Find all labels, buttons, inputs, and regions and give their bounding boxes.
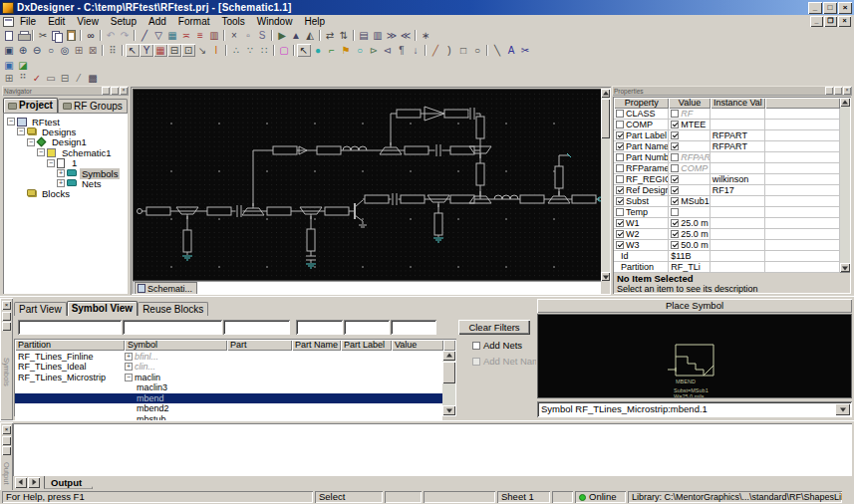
delete-icon[interactable]: ×: [227, 29, 241, 42]
scroll-down-icon[interactable]: [601, 272, 610, 281]
sheet-tab[interactable]: Schemati...: [135, 282, 197, 294]
zoom-out-icon[interactable]: ⊖: [30, 44, 44, 57]
value-checkbox[interactable]: [671, 121, 679, 128]
color-window-icon[interactable]: ▦: [165, 29, 179, 42]
redo-icon[interactable]: ↷: [118, 29, 132, 42]
prop-checkbox[interactable]: [616, 186, 624, 194]
filter-icon[interactable]: ▽: [151, 29, 165, 42]
drop-icon[interactable]: ↓: [409, 44, 423, 57]
tree-expander-icon[interactable]: −: [37, 148, 45, 156]
wire-cursor-icon[interactable]: ↘: [195, 44, 209, 57]
tab-scroll-right-icon[interactable]: [28, 477, 40, 488]
prop-checkbox[interactable]: [616, 197, 624, 205]
schematic-canvas[interactable]: [133, 89, 602, 281]
close-button[interactable]: ×: [838, 2, 852, 14]
prop-checkbox[interactable]: [616, 230, 624, 238]
properties-min-button[interactable]: [825, 87, 833, 95]
ibeam-icon[interactable]: I: [209, 44, 223, 57]
net-dots3-icon[interactable]: ∷: [257, 44, 271, 57]
sym-col-part[interactable]: Part: [227, 340, 292, 351]
select-page-icon[interactable]: ⊟: [167, 44, 181, 57]
find-icon[interactable]: ∞: [84, 29, 98, 42]
property-row[interactable]: Temp: [614, 207, 840, 218]
combo-dropdown-icon[interactable]: [835, 403, 850, 415]
symbol-row-bfinl[interactable]: RF_TLines_Finline+bfinl...: [15, 352, 442, 363]
filter-input-3[interactable]: [296, 320, 343, 335]
tree-label[interactable]: Schematic1: [60, 147, 114, 158]
sym-col-symbol[interactable]: Symbol: [125, 340, 227, 351]
scroll-up-icon[interactable]: [601, 89, 610, 98]
tab-part-view[interactable]: Part View: [14, 302, 67, 316]
properties-pin-button[interactable]: [834, 87, 842, 95]
sort-desc-icon[interactable]: ≪: [399, 29, 413, 42]
tree-item-symbols[interactable]: +Symbols: [57, 168, 120, 178]
fwd-icon[interactable]: ⊳: [367, 44, 381, 57]
property-row[interactable]: W350.0 m: [614, 240, 840, 251]
sym-col-value[interactable]: Value: [392, 340, 443, 351]
value-checkbox[interactable]: [671, 131, 679, 139]
symbols-close-button[interactable]: ×: [2, 301, 11, 310]
check-icon[interactable]: ✓: [30, 72, 44, 85]
value-checkbox[interactable]: [671, 230, 679, 238]
symbols-pin-button[interactable]: [2, 322, 11, 331]
properties-close-button[interactable]: ×: [843, 87, 851, 95]
tree-expander-icon[interactable]: −: [7, 118, 15, 126]
add-net-names-checkbox[interactable]: [472, 358, 480, 366]
align-right-icon[interactable]: ▥: [371, 29, 385, 42]
red-equals-icon[interactable]: ≡: [193, 29, 207, 42]
window-icon[interactable]: ▣: [2, 59, 16, 72]
filter-input-4[interactable]: [344, 320, 390, 335]
navigator-min-button[interactable]: [102, 87, 110, 95]
select-grid-icon[interactable]: ▦: [153, 44, 167, 57]
tab-reuse-blocks[interactable]: Reuse Blocks: [138, 302, 208, 316]
mdi-close-button[interactable]: ×: [838, 16, 851, 27]
prop-checkbox[interactable]: [616, 131, 624, 139]
print-icon[interactable]: [16, 29, 30, 42]
sym-expander-icon[interactable]: +: [125, 363, 133, 371]
symbol-row-mbend[interactable]: mbend: [15, 393, 442, 404]
filter-input-1[interactable]: [123, 320, 222, 335]
value-checkbox[interactable]: [671, 153, 679, 161]
dot-icon[interactable]: ●: [311, 44, 325, 57]
value-checkbox[interactable]: [671, 110, 679, 118]
property-row[interactable]: Ref DesignaRF17: [614, 185, 840, 196]
tree-label[interactable]: Blocks: [40, 188, 72, 199]
tree-label[interactable]: RFtest: [30, 117, 62, 127]
value-checkbox[interactable]: [671, 197, 679, 205]
new-icon[interactable]: [2, 29, 16, 42]
output-pin-button[interactable]: [2, 446, 11, 455]
tree-label[interactable]: 1: [70, 157, 79, 168]
line-icon[interactable]: ╲: [490, 44, 504, 57]
img-icon[interactable]: ▩: [86, 72, 100, 85]
grid-icon[interactable]: ⠿: [106, 44, 120, 57]
tree-item-designs[interactable]: −Designs: [17, 126, 78, 136]
back-icon[interactable]: ⊲: [381, 44, 395, 57]
navigator-pin-button[interactable]: [111, 87, 119, 95]
mdi-document-icon[interactable]: [3, 17, 14, 27]
menu-tools[interactable]: Tools: [215, 15, 250, 28]
property-row[interactable]: COMPMTEE: [614, 120, 840, 130]
grid2-icon[interactable]: ⊟: [58, 72, 72, 85]
curve-icon[interactable]: S: [255, 29, 269, 42]
zoom-area-icon[interactable]: ◎: [58, 44, 72, 57]
menu-help[interactable]: Help: [298, 15, 331, 28]
zoom-sel-icon[interactable]: ○: [44, 44, 58, 57]
zoom-in-icon[interactable]: ⊕: [16, 44, 30, 57]
tree-expander-icon[interactable]: +: [57, 179, 65, 187]
property-row[interactable]: CLASSRF: [614, 109, 840, 120]
value-checkbox[interactable]: [671, 142, 679, 150]
value-checkbox[interactable]: [671, 186, 679, 194]
tab-project[interactable]: Project: [3, 98, 58, 113]
prop-checkbox[interactable]: [616, 164, 624, 172]
undo-icon[interactable]: ↶: [104, 29, 118, 42]
sym-scroll-down-icon[interactable]: [442, 405, 455, 415]
box-icon[interactable]: ▫: [241, 29, 255, 42]
tree-item-schematic1[interactable]: −Schematic1: [37, 147, 114, 157]
arc-icon[interactable]: ): [442, 44, 456, 57]
chart-icon[interactable]: ◭: [303, 29, 317, 42]
property-row[interactable]: W225.0 m: [614, 229, 840, 240]
symbol-table-scrollbar[interactable]: [442, 351, 455, 415]
navigator-titlebar[interactable]: Navigator ×: [2, 86, 129, 96]
filter-input-2[interactable]: [223, 320, 290, 335]
pointer-icon[interactable]: ↖: [297, 44, 311, 57]
